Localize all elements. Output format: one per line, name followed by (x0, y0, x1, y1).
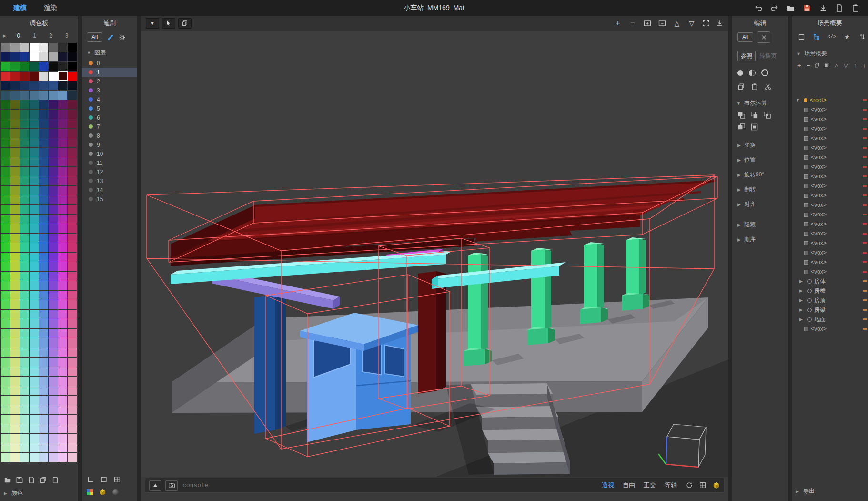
console-input[interactable] (182, 481, 598, 490)
palette-swatch[interactable] (39, 234, 48, 243)
tree-item-房顶[interactable]: ▶房顶 (792, 296, 868, 305)
palette-swatch[interactable] (20, 434, 29, 443)
visibility-marker[interactable] (863, 99, 867, 101)
palette-swatch[interactable] (20, 176, 29, 185)
palette-swatch[interactable] (58, 62, 67, 71)
palette-swatch[interactable] (49, 396, 58, 405)
visibility-marker[interactable] (863, 271, 867, 273)
layer-row-5[interactable]: 5 (82, 104, 137, 113)
visibility-marker[interactable] (863, 109, 867, 111)
palette-swatch[interactable] (20, 291, 29, 300)
palette-swatch[interactable] (1, 253, 10, 262)
palette-swatch[interactable] (10, 176, 20, 185)
palette-swatch[interactable] (49, 167, 58, 176)
palette-swatch[interactable] (39, 329, 48, 338)
tree-dup-b-icon[interactable] (824, 62, 831, 68)
edit-section-顺序[interactable]: ▶顺序 (732, 232, 788, 247)
layer-row-10[interactable]: 10 (82, 149, 137, 158)
palette-swatch[interactable] (39, 386, 48, 395)
copy-icon[interactable] (737, 83, 745, 91)
collapse-arrow-icon[interactable]: ▶ (799, 288, 805, 293)
tree-item-root[interactable]: ▼<root> (792, 95, 868, 105)
palette-swatch[interactable] (20, 62, 29, 71)
palette-swatch[interactable] (49, 377, 58, 386)
visibility-marker[interactable] (863, 156, 867, 158)
bool-frame-icon[interactable] (750, 123, 758, 131)
palette-swatch[interactable] (20, 329, 29, 338)
palette-swatch[interactable] (30, 262, 39, 271)
palette-swatch[interactable] (39, 205, 48, 214)
palette-swatch[interactable] (68, 291, 77, 300)
palette-save-icon[interactable] (16, 476, 23, 484)
object-kiosk[interactable] (300, 313, 418, 442)
palette-swatch[interactable] (1, 43, 10, 52)
palette-swatch[interactable] (10, 100, 20, 109)
tree-item-地面[interactable]: ▶地面 (792, 315, 868, 324)
palette-swatch[interactable] (20, 377, 29, 386)
tab-render[interactable]: 渲染 (44, 4, 57, 12)
palette-swatch[interactable] (68, 148, 77, 157)
visibility-marker[interactable] (863, 280, 867, 282)
duplicate-icon[interactable] (178, 18, 192, 29)
tree-add-icon[interactable]: + (796, 62, 803, 69)
palette-swatch[interactable] (68, 405, 77, 414)
palette-swatch[interactable] (1, 405, 10, 414)
palette-swatch[interactable] (10, 52, 20, 61)
palette-swatch[interactable] (30, 157, 39, 166)
palette-swatch[interactable] (49, 52, 58, 61)
grid-tool-icon[interactable] (113, 476, 121, 483)
collapse-arrow-icon[interactable]: ▶ (799, 307, 805, 312)
palette-swatch[interactable] (49, 262, 58, 271)
palette-swatch[interactable] (20, 157, 29, 166)
palette-swatch[interactable] (1, 348, 10, 357)
palette-swatch[interactable] (10, 338, 20, 348)
palette-swatch[interactable] (30, 195, 39, 204)
palette-swatch[interactable] (39, 424, 48, 433)
tree-item-vox[interactable]: <vox> (792, 257, 868, 267)
expand-cross-icon[interactable] (757, 31, 770, 43)
box-tool-icon[interactable] (100, 476, 108, 483)
visibility-marker[interactable] (863, 185, 867, 187)
palette-swatch[interactable] (30, 329, 39, 338)
palette-swatch[interactable] (1, 453, 10, 462)
palette-swatch[interactable] (58, 148, 67, 157)
palette-swatch[interactable] (10, 253, 20, 262)
palette-swatch[interactable] (39, 338, 48, 348)
palette-swatch[interactable] (49, 148, 58, 157)
palette-swatch[interactable] (39, 310, 48, 319)
palette-swatch[interactable] (10, 186, 20, 195)
palette-swatch[interactable] (20, 415, 29, 424)
palette-swatch[interactable] (30, 52, 39, 61)
palette-swatch[interactable] (68, 72, 77, 81)
brush-filter-all-button[interactable]: All (87, 32, 102, 42)
visibility-marker[interactable] (863, 309, 867, 311)
palette-swatch[interactable] (68, 443, 77, 452)
palette-swatch[interactable] (1, 243, 10, 252)
subtract-icon[interactable]: − (628, 19, 637, 28)
tree-item-vox[interactable]: <vox> (792, 191, 868, 200)
tree-item-vox[interactable]: <vox> (792, 172, 868, 181)
palette-swatch[interactable] (1, 52, 10, 61)
palette-swatch[interactable] (68, 234, 77, 243)
palette-swatch[interactable] (20, 234, 29, 243)
star-icon[interactable]: ★ (841, 31, 853, 42)
edit-section-变换[interactable]: ▶变换 (732, 138, 788, 153)
palette-swatch[interactable] (10, 443, 20, 452)
palette-swatch[interactable] (39, 43, 48, 52)
palette-swatch[interactable] (39, 319, 48, 328)
edit-filter-all-button[interactable]: All (737, 32, 753, 42)
palette-swatch[interactable] (58, 291, 67, 300)
palette-swatch[interactable] (20, 367, 29, 376)
palette-swatch[interactable] (49, 205, 58, 214)
palette-swatch[interactable] (68, 253, 77, 262)
tree-item-vox[interactable]: <vox> (792, 114, 868, 124)
palette-swatch[interactable] (68, 195, 77, 204)
frame-icon[interactable] (796, 31, 807, 42)
palette-swatch[interactable] (49, 224, 58, 233)
palette-swatch[interactable] (58, 300, 67, 309)
palette-swatch[interactable] (39, 358, 48, 367)
palette-swatch[interactable] (1, 415, 10, 424)
code-icon[interactable]: </> (826, 31, 838, 42)
palette-swatch[interactable] (58, 129, 67, 138)
boolean-section-header[interactable]: ▼ 布尔运算 (732, 94, 788, 109)
